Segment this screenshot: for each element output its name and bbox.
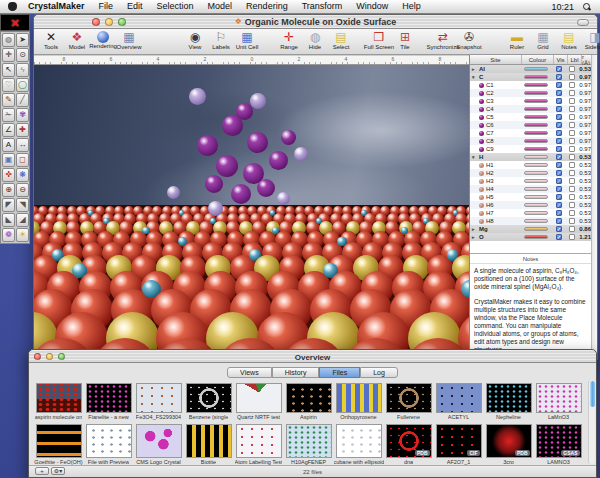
lbl-checkbox[interactable] (569, 82, 575, 88)
file-item-quartz-nrtf-test[interactable]: Quartz NRTF test (235, 383, 282, 420)
tool-lasso-oval[interactable]: ◯ (16, 78, 29, 92)
vis-checkbox[interactable]: ✓ (556, 122, 562, 128)
file-thumbnail[interactable] (286, 383, 332, 413)
vis-checkbox[interactable]: ✓ (556, 66, 562, 72)
toolbar-rendering[interactable]: Rendering (90, 30, 116, 49)
action-menu-button[interactable]: ⚙▾ (51, 467, 65, 475)
file-item-orthopyroxene[interactable]: Orthopyroxene (335, 383, 382, 420)
minimize-button[interactable] (105, 18, 113, 26)
colour-swatch[interactable] (524, 123, 548, 127)
vis-checkbox[interactable]: ✓ (556, 226, 562, 232)
atom-row-c9[interactable]: C9✓0.97 (470, 145, 591, 153)
toolbar-toggle-pill[interactable] (577, 19, 589, 26)
tool-distance[interactable]: ↔ (16, 138, 29, 152)
toolbar-hide[interactable]: ◍Hide (302, 30, 328, 50)
toolbar-notes[interactable]: ▤Notes (556, 30, 582, 50)
toolbar-select[interactable]: ▤Select (328, 30, 354, 50)
file-thumbnail[interactable] (436, 383, 482, 413)
column-header-lbl[interactable]: Lbl (568, 55, 582, 64)
atom-row-h[interactable]: ▾H✓0.53 (470, 153, 591, 161)
file-thumbnail[interactable] (536, 383, 582, 413)
toolbar-tools[interactable]: ✕Tools (38, 30, 64, 50)
atom-row-h1[interactable]: H1✓0.53 (470, 161, 591, 169)
file-item-dna[interactable]: PDBdna (385, 424, 432, 465)
file-item-cubane-with-ellipsoid[interactable]: cubane with ellipsoid (335, 424, 382, 465)
file-thumbnail[interactable]: PDB (486, 424, 532, 458)
tool-frame-view[interactable]: ▣ (2, 153, 15, 167)
tool-select-arrow[interactable]: ↖ (2, 63, 15, 77)
lbl-checkbox[interactable] (569, 114, 575, 120)
colour-swatch[interactable] (524, 75, 548, 79)
tool-pointer-info[interactable]: ➤ (16, 33, 29, 47)
menu-selection[interactable]: Selection (150, 0, 201, 13)
lbl-checkbox[interactable] (569, 234, 575, 240)
file-thumbnail[interactable] (486, 383, 532, 413)
lbl-checkbox[interactable] (569, 170, 575, 176)
colour-swatch[interactable] (524, 91, 548, 95)
lbl-checkbox[interactable] (569, 146, 575, 152)
file-thumbnail[interactable] (236, 383, 282, 413)
overview-title-bar[interactable]: Overview (29, 350, 596, 363)
lbl-checkbox[interactable] (569, 138, 575, 144)
vis-checkbox[interactable]: ✓ (556, 138, 562, 144)
tab-files[interactable]: Files (319, 367, 360, 378)
file-thumbnail[interactable] (336, 424, 382, 458)
file-thumbnail[interactable] (86, 424, 132, 458)
atom-row-o[interactable]: ▸O✓1.21 (470, 233, 591, 241)
overview-minimize-button[interactable] (46, 353, 53, 360)
file-thumbnail[interactable] (136, 424, 182, 458)
zoom-button[interactable] (118, 18, 126, 26)
file-item-biotite[interactable]: Biotite (185, 424, 232, 465)
colour-swatch[interactable] (524, 155, 548, 159)
colour-swatch[interactable] (524, 235, 548, 239)
atom-row-h6[interactable]: H6✓0.53 (470, 201, 591, 209)
tool-line[interactable]: ╱ (16, 93, 29, 107)
file-item-lamno3[interactable]: LaMnO3 (535, 383, 582, 420)
atom-row-mg[interactable]: ▸Mg✓0.86 (470, 225, 591, 233)
atom-row-h2[interactable]: H2✓0.53 (470, 169, 591, 177)
atom-row-c5[interactable]: C5✓0.97 (470, 113, 591, 121)
atom-row-c7[interactable]: C7✓0.97 (470, 129, 591, 137)
menu-window[interactable]: Window (349, 0, 395, 13)
menu-rendering[interactable]: Rendering (239, 0, 295, 13)
tool-translate[interactable]: ✛ (2, 48, 15, 62)
vis-checkbox[interactable]: ✓ (556, 178, 562, 184)
vis-checkbox[interactable]: ✓ (556, 90, 562, 96)
file-item-goethite-feo-oh[interactable]: Goethite - FeO(OH) (35, 424, 82, 465)
file-item-aspirin[interactable]: Aspirin (285, 383, 332, 420)
file-thumbnail[interactable]: CIF (436, 424, 482, 458)
file-item-h10agfenep[interactable]: H10AgFENEP (285, 424, 332, 465)
file-item-af2o7-1[interactable]: CIFAF2O7_1 (435, 424, 482, 465)
vis-checkbox[interactable]: ✓ (556, 74, 562, 80)
tool-nav-down-right[interactable]: ◢ (16, 213, 29, 227)
file-thumbnail[interactable]: PDB (386, 424, 432, 458)
menu-crystalmaker[interactable]: CrystalMaker (21, 0, 92, 13)
colour-swatch[interactable] (524, 211, 548, 215)
colour-swatch[interactable] (524, 107, 548, 111)
tool-cut[interactable]: ✁ (2, 108, 15, 122)
atom-row-c2[interactable]: C2✓0.97 (470, 89, 591, 97)
file-thumbnail[interactable] (36, 424, 82, 458)
tab-history[interactable]: History (272, 367, 320, 378)
structure-view-3d[interactable] (34, 65, 469, 361)
colour-swatch[interactable] (524, 219, 548, 223)
vis-checkbox[interactable]: ✓ (556, 130, 562, 136)
lbl-checkbox[interactable] (569, 218, 575, 224)
file-thumbnail[interactable] (286, 424, 332, 458)
lbl-checkbox[interactable] (569, 226, 575, 232)
colour-swatch[interactable] (524, 203, 548, 207)
colour-swatch[interactable] (524, 131, 548, 135)
file-thumbnail[interactable] (36, 383, 82, 413)
column-header-r[interactable]: r (Å) (582, 55, 591, 64)
toolbar-unit-cell[interactable]: ▦Unit Cell (234, 30, 260, 50)
file-thumbnail[interactable] (336, 383, 382, 413)
tool-trackball[interactable]: ◍ (2, 33, 15, 47)
disclosure-triangle[interactable]: ▸ (472, 66, 477, 72)
atom-row-h3[interactable]: H3✓0.53 (470, 177, 591, 185)
vis-checkbox[interactable]: ✓ (556, 210, 562, 216)
tool-fragment[interactable]: ✾ (16, 108, 29, 122)
file-thumbnail[interactable]: GSAS (536, 424, 582, 458)
atom-row-c8[interactable]: C8✓0.97 (470, 137, 591, 145)
atom-row-c3[interactable]: C3✓0.97 (470, 97, 591, 105)
file-thumbnail[interactable] (186, 424, 232, 458)
